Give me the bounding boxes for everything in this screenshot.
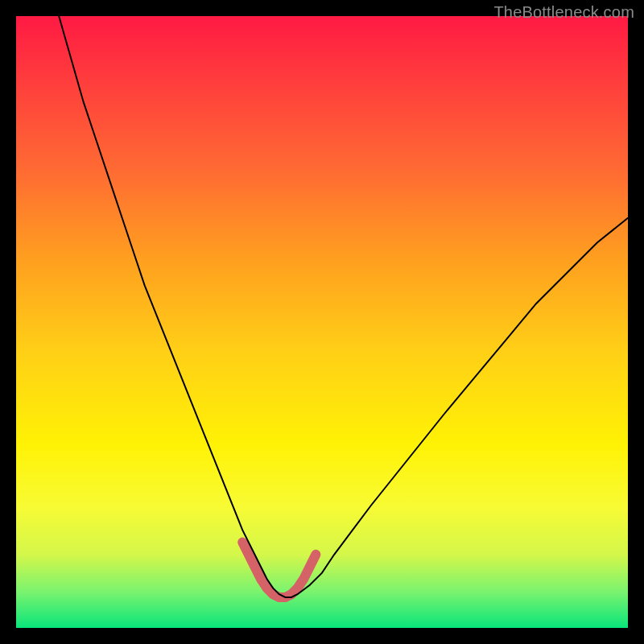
curve-svg xyxy=(16,16,628,628)
chart-frame: TheBottleneck.com xyxy=(0,0,644,644)
bottleneck-curve xyxy=(59,16,628,597)
watermark-text: TheBottleneck.com xyxy=(493,3,634,22)
plot-area xyxy=(16,16,628,628)
